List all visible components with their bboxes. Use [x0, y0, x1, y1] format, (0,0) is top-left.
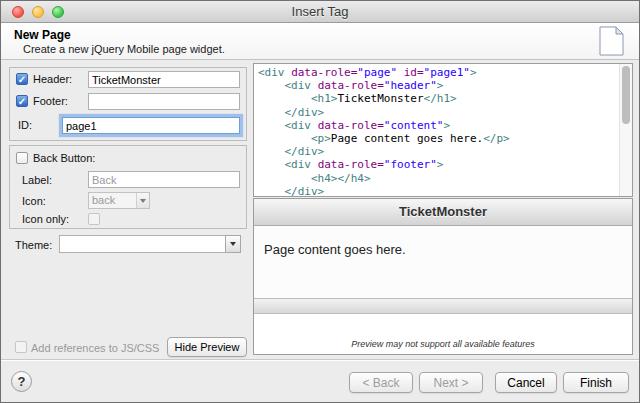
button-bar: ? < Back Next > Cancel Finish: [1, 359, 639, 402]
next-button[interactable]: Next >: [419, 372, 483, 393]
help-button[interactable]: ?: [11, 371, 32, 392]
code-scrollbar-thumb[interactable]: [622, 66, 630, 124]
back-button[interactable]: < Back: [349, 372, 413, 393]
code-editor[interactable]: <div data-role="page" id="page1"> <div d…: [253, 63, 633, 197]
icon-select-value: back: [92, 194, 115, 206]
add-references-checkbox[interactable]: [15, 341, 27, 353]
theme-input[interactable]: [59, 235, 226, 253]
add-references-label: Add references to JS/CSS: [31, 342, 159, 354]
footer-label: Footer:: [33, 95, 68, 107]
id-label: ID:: [18, 119, 32, 131]
dropdown-arrow-icon: [136, 193, 149, 208]
id-input[interactable]: [62, 117, 240, 134]
preview-content: Page content goes here.: [254, 226, 632, 298]
minimize-icon[interactable]: [32, 6, 44, 18]
finish-button[interactable]: Finish: [563, 372, 629, 393]
window-titlebar[interactable]: Insert Tag: [1, 1, 639, 23]
back-button-label: Back Button:: [33, 152, 95, 164]
footer-checkbox[interactable]: ✓: [16, 95, 28, 107]
icon-only-label: Icon only:: [22, 213, 69, 225]
cancel-button[interactable]: Cancel: [495, 372, 557, 393]
back-button-checkbox[interactable]: [16, 152, 28, 164]
footer-input[interactable]: [88, 93, 240, 110]
theme-dropdown-button[interactable]: [225, 235, 241, 253]
preview-pane: TicketMonster Page content goes here. Pr…: [253, 198, 633, 355]
new-page-icon: [598, 26, 624, 60]
preview-filler: [254, 314, 632, 339]
dropdown-arrow-icon: [230, 242, 236, 246]
preview-footer: [254, 298, 632, 314]
code-scrollbar[interactable]: [619, 64, 632, 196]
checkmark-icon: ✓: [17, 74, 27, 85]
header-checkbox[interactable]: ✓: [16, 73, 28, 85]
back-button-group: Back Button: Label: Icon: back Icon only…: [9, 145, 247, 229]
zoom-icon[interactable]: [52, 6, 64, 18]
header-input[interactable]: [88, 71, 240, 88]
icon-only-checkbox[interactable]: [88, 213, 100, 225]
page-title: New Page: [14, 28, 71, 42]
wizard-banner: New Page Create a new jQuery Mobile page…: [1, 23, 639, 60]
code-lines: <div data-role="page" id="page1"> <div d…: [254, 64, 632, 197]
theme-label: Theme:: [15, 239, 52, 251]
hide-preview-button[interactable]: Hide Preview: [167, 337, 247, 357]
icon-field-label: Icon:: [22, 195, 46, 207]
close-icon[interactable]: [12, 6, 24, 18]
page-subtitle: Create a new jQuery Mobile page widget.: [23, 43, 225, 55]
insert-tag-dialog: Insert Tag New Page Create a new jQuery …: [0, 0, 640, 403]
preview-note: Preview may not support all available fe…: [254, 339, 632, 354]
checkmark-icon: ✓: [17, 96, 27, 107]
window-title: Insert Tag: [292, 4, 349, 19]
page-options-group: ✓ Header: ✓ Footer: ID:: [9, 67, 247, 141]
label-input[interactable]: [88, 171, 240, 188]
icon-select[interactable]: back: [88, 192, 150, 209]
header-label: Header:: [33, 73, 72, 85]
preview-header: TicketMonster: [254, 199, 632, 226]
label-field-label: Label:: [22, 174, 52, 186]
